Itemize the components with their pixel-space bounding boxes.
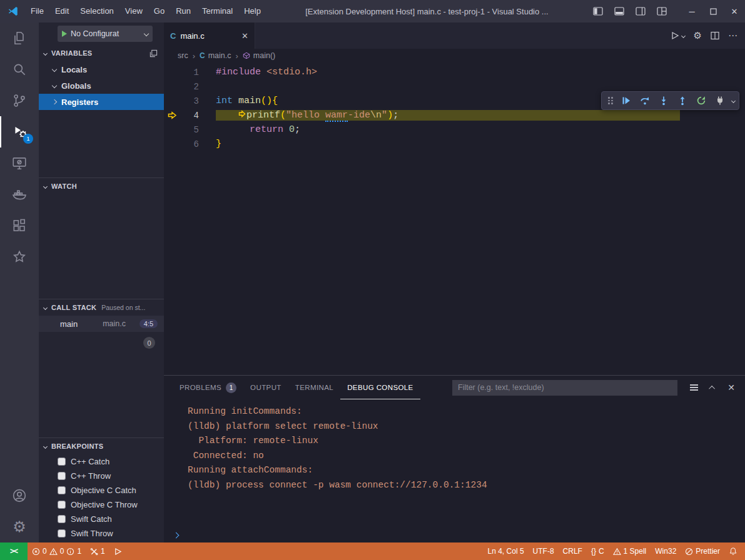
collapse-all-icon[interactable] [150,49,158,58]
customize-layout-icon[interactable] [651,0,672,22]
problems-status[interactable]: 0 0 1 [28,542,86,560]
cursor-position[interactable]: Ln 4, Col 5 [484,542,529,560]
tab-main-c[interactable]: C main.c ✕ [164,22,255,49]
account-icon[interactable] [0,480,39,511]
toolbar-drag-handle[interactable] [608,97,613,104]
split-editor-button[interactable] [711,31,719,40]
encoding-indicator[interactable]: UTF-8 [529,542,559,560]
minimize-button[interactable]: ─ [681,0,702,22]
platform-indicator[interactable]: Win32 [651,542,681,560]
panel-tab-debug-console[interactable]: DEBUG CONSOLE [340,376,420,399]
activity-favorites-icon[interactable] [0,241,39,272]
language-mode[interactable]: {} C [587,542,609,560]
chevron-down-icon [52,67,57,72]
activity-explorer-icon[interactable] [0,22,39,54]
start-debug-icon[interactable] [62,31,67,37]
variables-section: VARIABLES LocalsGlobalsRegisters [39,45,164,178]
console-input-row[interactable] [164,528,745,542]
line-number: 5 [180,125,199,135]
toggle-panel-icon[interactable] [609,0,630,22]
code-line-4[interactable]: 4 printf("hello wamr-ide\n"); [164,108,745,122]
breakpoint-checkbox[interactable] [58,515,66,523]
toggle-sidebar-icon[interactable] [587,0,609,22]
restart-button[interactable] [693,93,709,108]
breadcrumb-item-mainc[interactable]: Cmain.c [200,51,231,60]
breakpoints-header[interactable]: BREAKPOINTS [39,438,164,454]
tab-close-icon[interactable]: ✕ [241,31,248,41]
activity-search-icon[interactable] [0,54,39,85]
activity-extensions-icon[interactable] [0,210,39,241]
activity-source-control-icon[interactable] [0,85,39,116]
debug-config-dropdown[interactable]: No Configurat [58,26,153,42]
variables-item-locals[interactable]: Locals [39,61,164,78]
settings-gear-icon[interactable]: ⚙ [0,511,39,542]
menu-go[interactable]: Go [148,0,170,22]
close-button[interactable]: ✕ [724,0,745,22]
stack-frame-row[interactable]: mainmain.c4:5 [39,316,164,332]
step-over-button[interactable] [637,93,653,108]
menu-selection[interactable]: Selection [74,0,119,22]
breadcrumb-item-src[interactable]: src [178,51,188,60]
maximize-panel-icon[interactable] [705,380,720,395]
menu-run[interactable]: Run [170,0,196,22]
code-editor[interactable]: 1#include <stdio.h>23int main(){4 printf… [164,62,745,375]
panel-tab-problems[interactable]: PROBLEMS1 [173,376,243,399]
watch-header[interactable]: WATCH [39,178,164,194]
breakpoint-checkbox[interactable] [58,501,66,509]
menu-file[interactable]: File [25,0,49,22]
panel-tab-terminal[interactable]: TERMINAL [288,376,340,399]
continue-button[interactable] [618,93,634,108]
breakpoint-checkbox[interactable] [58,472,66,480]
console-filter-input[interactable] [452,380,677,396]
editor-column: C main.c ✕ ⚙ ⋯ src›Cmain.c›main() [164,22,745,542]
menu-view[interactable]: View [119,0,148,22]
variables-item-registers[interactable]: Registers [39,94,164,110]
breakpoint-checkbox[interactable] [58,529,66,538]
step-out-button[interactable] [674,93,691,108]
remote-indicator[interactable]: >< [0,542,28,560]
tools-count: 1 [101,547,105,556]
code-line-6[interactable]: 6} [164,137,745,151]
breakpoint-row[interactable]: Objective C Throw [39,498,164,512]
menu-terminal[interactable]: Terminal [196,0,238,22]
breakpoint-row[interactable]: Objective C Catch [39,483,164,498]
chevron-right-icon [52,99,57,104]
step-into-button[interactable] [656,93,672,108]
breakpoint-checkbox[interactable] [58,458,66,466]
activity-docker-icon[interactable] [0,179,39,210]
toggle-secondary-sidebar-icon[interactable] [630,0,651,22]
toolchain-status[interactable]: 1 [86,542,109,560]
code-line-1[interactable]: 1#include <stdio.h> [164,65,745,79]
breakpoint-row[interactable]: C++ Throw [39,469,164,483]
variables-item-globals[interactable]: Globals [39,78,164,94]
notifications-bell-icon[interactable] [724,542,745,560]
maximize-button[interactable] [702,0,724,22]
variables-header[interactable]: VARIABLES [39,45,164,61]
line-content: printf("hello wamr-ide\n"); [216,110,680,121]
chevron-down-icon [43,444,48,448]
session-badge-row: 0 [39,332,164,349]
panel-tab-output[interactable]: OUTPUT [243,376,288,399]
breakpoint-checkbox[interactable] [58,486,66,494]
menu-edit[interactable]: Edit [49,0,74,22]
code-line-5[interactable]: 5 return 0; [164,122,745,137]
formatter-status[interactable]: Prettier [681,542,724,560]
more-actions-button[interactable]: ⋯ [728,30,737,41]
menu-help[interactable]: Help [238,0,266,22]
debug-status-icon[interactable] [109,542,126,560]
chevron-down-icon[interactable] [731,98,736,102]
run-or-debug-button[interactable] [671,31,685,40]
breakpoint-row[interactable]: C++ Catch [39,454,164,469]
disconnect-button[interactable] [712,93,728,108]
console-more-actions-icon[interactable] [686,380,701,395]
spell-checker-status[interactable]: 1 Spell [609,542,651,560]
breakpoint-row[interactable]: Swift Throw [39,526,164,541]
activity-remote-explorer-icon[interactable] [0,148,39,179]
activity-run-debug-icon[interactable]: 1 [0,116,39,148]
breadcrumb-item-main[interactable]: main() [243,51,275,60]
breakpoint-row[interactable]: Swift Catch [39,512,164,526]
call-stack-header[interactable]: CALL STACK Paused on st... [39,299,164,316]
eol-indicator[interactable]: CRLF [559,542,587,560]
editor-settings-gear-icon[interactable]: ⚙ [694,30,702,41]
close-panel-icon[interactable]: ✕ [724,380,739,395]
